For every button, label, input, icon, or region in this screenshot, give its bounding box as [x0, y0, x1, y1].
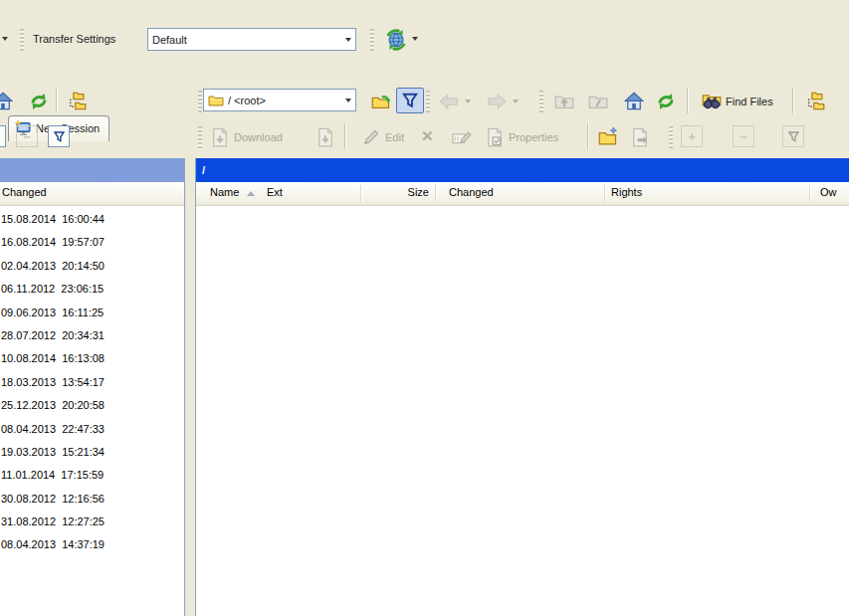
list-item[interactable]: 28.07.2012 20:34:31	[0, 324, 184, 347]
find-files-label: Find Files	[726, 96, 773, 107]
combo-dropdown-icon[interactable]	[345, 38, 351, 42]
toolbar-grip[interactable]	[669, 126, 673, 148]
column-header-size[interactable]: Size	[365, 186, 429, 198]
globe-sync-icon	[385, 29, 407, 51]
edit-button[interactable]: Edit	[356, 123, 409, 151]
local-folder-tree-button[interactable]	[62, 88, 92, 115]
forward-button[interactable]	[482, 88, 512, 115]
toolbar-grip[interactable]	[198, 91, 202, 112]
arrow-left-icon	[439, 92, 459, 111]
back-button[interactable]	[434, 88, 464, 115]
remote-folder-tree-button[interactable]	[800, 88, 830, 115]
column-separator[interactable]	[604, 185, 606, 202]
binoculars-folder-icon	[702, 92, 722, 111]
list-item[interactable]: 31.08.2012 12:27:25	[0, 511, 184, 533]
funnel-icon	[787, 130, 800, 143]
toolbar-grip[interactable]	[370, 29, 374, 51]
list-item[interactable]: 02.04.2013 20:14:50	[0, 255, 184, 278]
top-toolbar: Transfer Settings Default	[0, 22, 849, 58]
folder-tree-icon	[67, 92, 87, 111]
local-home-button[interactable]	[0, 88, 18, 115]
local-path-bar[interactable]	[0, 158, 184, 182]
column-separator[interactable]	[435, 185, 437, 202]
list-item[interactable]: 15.08.2014 16:00:44	[0, 208, 184, 231]
download-icon	[210, 127, 230, 147]
local-refresh-button[interactable]	[24, 88, 54, 115]
list-item[interactable]: 10.08.2014 16:13:08	[0, 347, 184, 370]
remote-file-list[interactable]	[196, 206, 849, 616]
list-item[interactable]: 18.03.2013 13:54:17	[0, 371, 184, 394]
find-files-button[interactable]: Find Files	[697, 88, 778, 115]
list-item[interactable]: 30.08.2012 12:16:56	[0, 488, 184, 511]
root-directory-button[interactable]	[583, 88, 613, 115]
sort-ascending-icon	[247, 191, 255, 196]
edit-label: Edit	[385, 131, 404, 143]
remote-path-text: /	[202, 164, 205, 176]
left-panel-toolbar-row2: + −	[0, 121, 185, 155]
list-item[interactable]: 25.12.2013 20:20:58	[0, 394, 184, 417]
remote-refresh-button[interactable]	[651, 88, 681, 115]
download-icon	[316, 127, 335, 147]
delete-button[interactable]: ✕	[416, 123, 439, 149]
remote-filter-button[interactable]	[396, 88, 424, 113]
list-item[interactable]: 19.03.2013 15:21:34	[0, 441, 184, 464]
arrow-right-icon	[487, 92, 507, 111]
remote-filter-box-button[interactable]	[782, 125, 804, 147]
toolbar-grip[interactable]	[20, 29, 24, 51]
local-tree-expand-button[interactable]: +	[0, 125, 6, 147]
remote-address-value: / <root>	[228, 95, 341, 106]
remote-address-combo[interactable]: / <root>	[203, 89, 356, 111]
local-tree-collapse-button[interactable]: −	[16, 125, 38, 147]
remote-tree-expand-button[interactable]: +	[681, 125, 703, 147]
download-button[interactable]: Download	[205, 123, 288, 151]
panel-splitter[interactable]	[185, 158, 195, 616]
list-item[interactable]: 16.08.2014 19:57:07	[0, 231, 184, 254]
dropdown-arrow-icon	[465, 100, 471, 103]
toolbar-grip[interactable]	[426, 91, 430, 112]
new-folder-button[interactable]	[593, 123, 623, 151]
toolbar-grip[interactable]	[198, 126, 202, 148]
list-item[interactable]: 06.11.2012 23:06:15	[0, 278, 184, 301]
remote-home-button[interactable]	[619, 88, 649, 115]
column-separator[interactable]	[360, 185, 362, 202]
column-header-name[interactable]: Name	[210, 186, 239, 198]
funnel-icon	[53, 130, 66, 143]
remote-panel: / Name Ext Size Changed Rights Ow	[195, 158, 849, 616]
combo-dropdown-icon[interactable]	[345, 99, 351, 103]
dropdown-arrow-icon	[513, 100, 519, 103]
column-header-owner[interactable]: Ow	[820, 186, 837, 198]
dropdown-arrow-icon	[2, 37, 8, 41]
properties-button[interactable]: Properties	[480, 123, 563, 151]
toolbar-separator	[792, 88, 794, 113]
synchronize-button[interactable]	[380, 25, 412, 55]
parent-directory-button[interactable]	[549, 88, 579, 115]
transfer-settings-value: Default	[152, 34, 341, 46]
new-link-button[interactable]	[625, 123, 655, 151]
local-column-header: Changed	[0, 182, 184, 206]
column-header-changed[interactable]: Changed	[449, 186, 494, 198]
list-item[interactable]: 11.01.2014 17:15:59	[0, 464, 184, 487]
toolbar-grip[interactable]	[539, 91, 543, 112]
back-dropdown[interactable]	[465, 100, 471, 103]
download-and-delete-button[interactable]	[311, 123, 340, 151]
column-separator[interactable]	[809, 185, 811, 202]
remote-path-bar[interactable]: /	[196, 158, 849, 182]
list-item[interactable]: 08.04.2013 14:37:19	[0, 533, 184, 556]
column-header-rights[interactable]: Rights	[611, 186, 642, 198]
transfer-settings-combo[interactable]: Default	[147, 28, 356, 51]
session-tab-strip: New Session	[0, 57, 849, 84]
list-item[interactable]: 09.06.2013 16:11:25	[0, 302, 184, 324]
list-item[interactable]: 08.04.2013 22:47:33	[0, 418, 184, 441]
local-panel: Changed 15.08.2014 16:00:44 16.08.2014 1…	[0, 158, 185, 616]
column-header-ext[interactable]: Ext	[267, 186, 283, 198]
synchronize-dropdown[interactable]	[412, 37, 418, 41]
pencil-icon	[361, 127, 381, 147]
overflow-dropdown-arrow[interactable]	[2, 37, 8, 41]
plus-icon: +	[688, 129, 696, 144]
forward-dropdown[interactable]	[513, 100, 519, 103]
column-header-changed[interactable]: Changed	[2, 186, 47, 198]
open-directory-button[interactable]	[366, 88, 396, 115]
rename-button[interactable]	[446, 123, 476, 151]
remote-tree-collapse-button[interactable]: −	[733, 125, 754, 147]
local-filter-button[interactable]	[48, 125, 70, 147]
